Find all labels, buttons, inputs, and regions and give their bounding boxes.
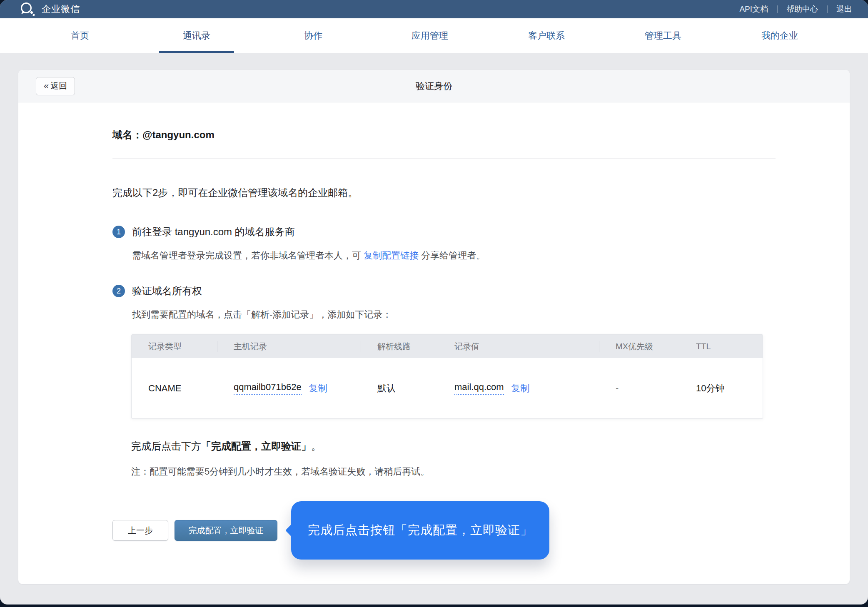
- back-chevrons-icon: «: [44, 81, 49, 92]
- brand: 企业微信: [19, 2, 80, 17]
- divider: [112, 158, 776, 159]
- header-host-record: 主机记录: [217, 335, 361, 358]
- finish-instruction-tail: 。: [311, 440, 321, 452]
- api-docs-link[interactable]: API文档: [730, 4, 777, 15]
- header-record-value: 记录值: [438, 335, 599, 358]
- topbar-links: API文档 帮助中心 退出: [730, 4, 852, 15]
- previous-step-button[interactable]: 上一步: [112, 520, 168, 541]
- finish-instruction: 完成后点击下方「完成配置，立即验证」。: [131, 440, 776, 453]
- finish-instruction-normal: 完成后点击下方: [131, 440, 201, 452]
- tab-contacts[interactable]: 通讯录: [138, 18, 255, 53]
- main-nav: 首页 通讯录 协作 应用管理 客户联系 管理工具 我的企业: [0, 18, 868, 53]
- record-value: mail.qq.com: [454, 382, 504, 395]
- table-header-row: 记录类型 主机记录 解析线路 记录值 MX优先级 TTL: [132, 335, 763, 358]
- cell-record-value: mail.qq.com 复制: [438, 382, 599, 395]
- step-1: 1 前往登录 tangyun.com 的域名服务商 需域名管理者登录完成设置，若…: [112, 225, 776, 262]
- after-table-section: 完成后点击下方「完成配置，立即验证」。 注：配置可能需要5分钟到几小时才生效，若…: [131, 440, 776, 478]
- step-2-description: 找到需要配置的域名，点击「解析-添加记录」，添加如下记录：: [132, 308, 776, 321]
- brand-title: 企业微信: [42, 3, 80, 15]
- domain-line: 域名：@tangyun.com: [112, 102, 776, 142]
- step-2-title: 验证域名所有权: [132, 284, 202, 298]
- cell-mx-priority: -: [599, 383, 679, 394]
- copy-value-button[interactable]: 复制: [511, 382, 530, 395]
- finish-config-verify-button[interactable]: 完成配置，立即验证: [175, 520, 277, 541]
- page-title: 验证身份: [18, 80, 850, 92]
- tab-home[interactable]: 首页: [22, 18, 138, 53]
- step-2-head: 2 验证域名所有权: [112, 284, 776, 298]
- card-header: « 返回 验证身份: [18, 70, 850, 102]
- host-record-value: qqmailb071b62e: [234, 382, 302, 395]
- tooltip-text: 完成后点击按钮「完成配置，立即验证」: [308, 522, 533, 539]
- intro-text: 完成以下2步，即可在企业微信管理该域名的企业邮箱。: [112, 186, 776, 199]
- card-body: 域名：@tangyun.com 完成以下2步，即可在企业微信管理该域名的企业邮箱…: [18, 102, 850, 560]
- step-1-title: 前往登录 tangyun.com 的域名服务商: [132, 225, 295, 239]
- step-2: 2 验证域名所有权 找到需要配置的域名，点击「解析-添加记录」，添加如下记录：: [112, 284, 776, 321]
- table-row: CNAME qqmailb071b62e 复制 默认 mail.qq.com 复…: [132, 358, 763, 418]
- cell-host-record: qqmailb071b62e 复制: [217, 382, 361, 395]
- step-1-number-badge: 1: [112, 226, 125, 238]
- action-row: 上一步 完成配置，立即验证 完成后点击按钮「完成配置，立即验证」: [112, 501, 776, 560]
- tab-collaboration[interactable]: 协作: [255, 18, 372, 53]
- verify-identity-card: « 返回 验证身份 域名：@tangyun.com 完成以下2步，即可在企业微信…: [18, 70, 850, 584]
- back-label: 返回: [50, 80, 67, 92]
- back-button[interactable]: « 返回: [36, 77, 75, 95]
- cell-record-type: CNAME: [132, 383, 217, 394]
- top-bar: 企业微信 API文档 帮助中心 退出: [0, 0, 868, 18]
- wechat-work-logo-icon: [19, 2, 37, 17]
- step-1-desc-text: 需域名管理者登录完成设置，若你非域名管理者本人，可: [132, 250, 364, 261]
- cell-ttl: 10分钟: [679, 382, 763, 395]
- finish-instruction-bold: 「完成配置，立即验证」: [201, 440, 311, 452]
- step-2-number-badge: 2: [112, 285, 125, 297]
- tab-my-company[interactable]: 我的企业: [721, 18, 838, 53]
- logout-link[interactable]: 退出: [827, 4, 852, 15]
- header-ttl: TTL: [679, 335, 763, 358]
- dns-record-table: 记录类型 主机记录 解析线路 记录值 MX优先级 TTL CNAME qqmai…: [131, 334, 763, 419]
- cell-resolution-line: 默认: [361, 382, 438, 395]
- copy-config-link[interactable]: 复制配置链接: [364, 250, 419, 261]
- help-center-link[interactable]: 帮助中心: [777, 4, 827, 15]
- note-text: 注：配置可能需要5分钟到几小时才生效，若域名验证失败，请稍后再试。: [131, 465, 776, 478]
- tab-app-management[interactable]: 应用管理: [372, 18, 488, 53]
- header-resolution-line: 解析线路: [361, 335, 438, 358]
- tab-customer-contact[interactable]: 客户联系: [488, 18, 605, 53]
- guide-tooltip: 完成后点击按钮「完成配置，立即验证」: [291, 501, 549, 560]
- tooltip-arrow-icon: [285, 523, 299, 537]
- copy-host-button[interactable]: 复制: [309, 382, 327, 395]
- step-1-head: 1 前往登录 tangyun.com 的域名服务商: [112, 225, 776, 239]
- header-mx-priority: MX优先级: [599, 335, 679, 358]
- tab-admin-tools[interactable]: 管理工具: [605, 18, 721, 53]
- header-record-type: 记录类型: [132, 335, 217, 358]
- step-1-description: 需域名管理者登录完成设置，若你非域名管理者本人，可 复制配置链接 分享给管理者。: [132, 249, 776, 262]
- step-1-desc-tail: 分享给管理者。: [419, 250, 485, 261]
- app-window: 企业微信 API文档 帮助中心 退出 首页 通讯录 协作 应用管理 客户联系 管…: [0, 0, 868, 605]
